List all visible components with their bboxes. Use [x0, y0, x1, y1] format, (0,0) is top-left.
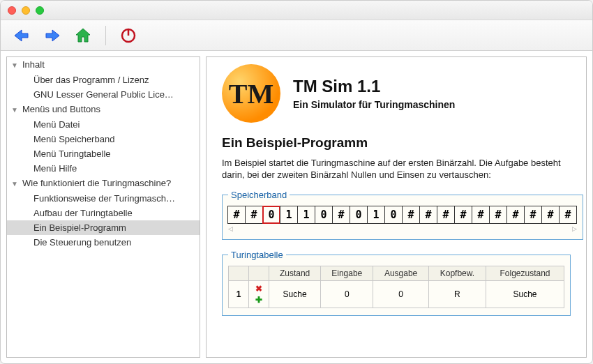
tree-item[interactable]: GNU Lesser General Public Lice…: [7, 87, 200, 102]
tape-cell[interactable]: #: [419, 206, 437, 224]
home-button[interactable]: [73, 26, 93, 45]
tree-item-label: Ein Beispiel-Programm: [33, 222, 126, 233]
power-button[interactable]: [119, 26, 138, 45]
tree-item-label: Aufbau der Turingtabelle: [33, 208, 133, 218]
toolbar-separator: [105, 26, 106, 45]
table-legend: Turingtabelle: [228, 250, 286, 260]
tape-cell[interactable]: 0: [384, 206, 403, 224]
tree-item[interactable]: Über das Programm / Lizenz: [7, 73, 200, 87]
tape-cell[interactable]: 1: [297, 206, 315, 224]
app-title: TM Sim 1.1: [293, 77, 455, 96]
table-header: Folgezustand: [486, 266, 564, 280]
tree-item[interactable]: ▼Menüs und Buttons: [7, 102, 200, 117]
tree-item[interactable]: Menü Datei: [7, 117, 200, 132]
titlebar: [1, 1, 592, 20]
app-logo: TM: [222, 64, 280, 123]
tape-cell[interactable]: 1: [280, 206, 298, 224]
tape-scroll-left[interactable]: ◁: [228, 225, 233, 232]
tape-cell[interactable]: 1: [367, 206, 385, 224]
app-subtitle: Ein Simulator für Turingmaschinen: [293, 99, 455, 110]
expander-icon[interactable]: ▼: [11, 104, 18, 116]
content-header: TM TM Sim 1.1 Ein Simulator für Turingma…: [222, 64, 571, 123]
tape-cell[interactable]: 0: [350, 206, 368, 224]
tape-cell[interactable]: 0: [262, 206, 280, 224]
tree-item-label: Menü Datei: [33, 119, 80, 130]
tape-cell[interactable]: #: [227, 206, 246, 224]
minimize-window-button[interactable]: [22, 6, 30, 15]
tape: ##0110#010##########: [228, 206, 577, 224]
table-panel: Turingtabelle ZustandEingabeAusgabeKopfb…: [222, 250, 571, 316]
tree-item[interactable]: ▼Inhalt: [7, 57, 200, 73]
toolbar: [1, 20, 592, 51]
row-number: 1: [233, 289, 244, 300]
tree-item[interactable]: Ein Beispiel-Programm: [7, 220, 200, 235]
tree-item-label: Über das Programm / Lizenz: [33, 75, 149, 85]
expander-icon[interactable]: ▼: [11, 178, 18, 190]
tree-item-label: Menü Turingtabelle: [33, 149, 111, 159]
tree-item[interactable]: Menü Speicherband: [7, 132, 200, 146]
tape-cell[interactable]: #: [524, 206, 542, 224]
tape-cell[interactable]: 0: [315, 206, 333, 224]
table-row: 1✖ ✚Suche00RSuche: [229, 280, 564, 308]
tree-item-label: Menü Hilfe: [33, 163, 77, 174]
close-window-button[interactable]: [8, 6, 16, 15]
table-cell[interactable]: Suche: [269, 280, 321, 308]
tape-panel: Speicherband ##0110#010########## ◁ ▷: [222, 190, 583, 240]
tape-cell[interactable]: #: [472, 206, 490, 224]
tape-cell[interactable]: #: [332, 206, 350, 224]
page-heading: Ein Beispiel-Programm: [222, 135, 571, 151]
table-header: Ausgabe: [373, 266, 429, 280]
table-header: Eingabe: [321, 266, 373, 280]
tape-cell[interactable]: #: [437, 206, 455, 224]
tape-cell[interactable]: #: [559, 206, 577, 224]
table-cell[interactable]: 0: [321, 280, 373, 308]
tape-cell[interactable]: #: [454, 206, 472, 224]
tree-item[interactable]: Aufbau der Turingtabelle: [7, 206, 200, 220]
forward-button[interactable]: [43, 26, 62, 45]
tape-cell[interactable]: #: [402, 206, 420, 224]
table-header: Zustand: [269, 266, 321, 280]
tape-cell[interactable]: #: [245, 206, 263, 224]
turing-table: ZustandEingabeAusgabeKopfbew.Folgezustan…: [228, 266, 564, 308]
tree-item[interactable]: ▼Wie funktioniert die Turingmaschine?: [7, 176, 200, 191]
table-header: Kopfbew.: [428, 266, 486, 280]
tape-scroll-right[interactable]: ▷: [572, 225, 577, 232]
tape-cell[interactable]: #: [489, 206, 507, 224]
tree-item[interactable]: Die Steuerung benutzen: [7, 235, 200, 250]
expander-icon[interactable]: ▼: [11, 59, 18, 71]
tree-item[interactable]: Funktionsweise der Turingmasch…: [7, 191, 200, 206]
nav-tree[interactable]: ▼InhaltÜber das Programm / LizenzGNU Les…: [6, 56, 200, 358]
content-pane: TM TM Sim 1.1 Ein Simulator für Turingma…: [206, 56, 587, 358]
add-row-button[interactable]: ✚: [253, 294, 264, 305]
tree-item-label: GNU Lesser General Public Lice…: [33, 89, 174, 100]
tree-item-label: Menüs und Buttons: [22, 104, 100, 114]
tree-item-label: Funktionsweise der Turingmasch…: [33, 193, 175, 204]
back-button[interactable]: [12, 26, 31, 45]
zoom-window-button[interactable]: [36, 6, 44, 15]
page-description: Im Beispiel startet die Turingmaschine a…: [222, 158, 571, 181]
tree-item-label: Wie funktioniert die Turingmaschine?: [22, 178, 171, 188]
tape-cell[interactable]: #: [541, 206, 560, 224]
table-cell[interactable]: R: [428, 280, 486, 308]
app-window: ▼InhaltÜber das Programm / LizenzGNU Les…: [0, 0, 593, 364]
table-header: [229, 266, 249, 280]
table-header: [249, 266, 269, 280]
tree-item-label: Die Steuerung benutzen: [33, 237, 131, 248]
tree-item[interactable]: Menü Turingtabelle: [7, 146, 200, 161]
tape-cell[interactable]: #: [506, 206, 525, 224]
tree-item[interactable]: Menü Hilfe: [7, 161, 200, 176]
tree-item-label: Inhalt: [22, 59, 45, 70]
tape-legend: Speicherband: [228, 190, 290, 200]
delete-row-button[interactable]: ✖: [253, 283, 264, 294]
table-cell[interactable]: Suche: [486, 280, 564, 308]
tree-item-label: Menü Speicherband: [33, 134, 114, 144]
table-cell[interactable]: 0: [373, 280, 429, 308]
